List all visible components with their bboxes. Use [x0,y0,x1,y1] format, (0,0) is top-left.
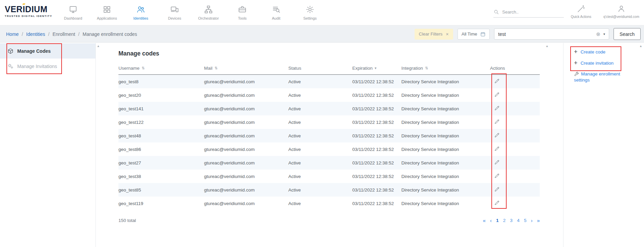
account-menu[interactable]: q'ctest@veridiumid.com [599,5,644,19]
table-search-box: ⊗ ▾ [494,28,609,40]
page-number[interactable]: 1 [496,218,499,223]
scrollbar-up-arrow[interactable]: ▲ [97,45,100,48]
cell-actions [490,92,540,98]
next-page-button[interactable]: › [531,218,533,223]
edit-pencil-icon[interactable] [494,105,500,111]
chevron-down-icon[interactable]: ▾ [603,32,605,36]
scrollbar-up-arrow[interactable]: ▲ [639,45,642,48]
orchestrator-icon [204,5,213,14]
cell-expiration: 03/11/2022 12:38:52 [352,133,401,138]
last-page-button[interactable]: » [537,218,540,223]
sidebar-item-manage-invitations[interactable]: Manage Invitations [0,59,95,74]
cell-mail: gtureac@veridiumid.com [204,106,288,111]
nav-item-applications[interactable]: Applications [90,0,124,25]
logo-tagline: TRUSTED DIGITAL IDENTITY [5,15,52,18]
edit-pencil-icon[interactable] [494,92,500,97]
cell-actions [490,186,540,193]
cell-actions [490,200,540,207]
cell-mail: gtureac@veridiumid.com [204,120,288,125]
gears-icon [7,63,14,69]
clear-filters-button[interactable]: Clear Filters × [415,29,453,40]
table-row: geo_test119 gtureac@veridiumid.com Activ… [118,197,540,210]
edit-pencil-icon[interactable] [494,200,500,206]
cube-icon [7,48,14,54]
table-row: geo_test141 gtureac@veridiumid.com Activ… [118,102,540,115]
nav-item-dashboard[interactable]: Dashboard [56,0,90,25]
quick-actions-button[interactable]: Quick Actions [569,5,593,19]
edit-pencil-icon[interactable] [494,173,500,179]
column-header-mail[interactable]: Mail ⇅ [204,66,288,71]
cell-status: Active [288,174,352,179]
edit-pencil-icon[interactable] [494,132,500,138]
search-button[interactable]: Search [614,28,641,40]
cell-mail: gtureac@veridiumid.com [204,93,288,98]
edit-pencil-icon[interactable] [494,119,500,125]
audit-icon [272,5,281,14]
previous-page-button[interactable]: ‹ [490,218,492,223]
nav-item-identities[interactable]: Identities [124,0,158,25]
clear-search-icon[interactable]: ⊗ [596,31,600,37]
manage-enrollment-settings-link[interactable]: Manage enrollment settings [574,71,627,83]
main-nav: Dashboard Applications Identities Device… [56,0,327,25]
breadcrumb-identities[interactable]: Identities [26,31,45,37]
breadcrumb-separator: / [78,31,80,37]
cell-expiration: 03/11/2022 12:38:52 [352,187,401,193]
time-range-button[interactable]: All Time [458,29,490,40]
page-number[interactable]: 4 [517,218,520,223]
create-code-button[interactable]: + Create code [574,48,639,56]
plus-icon: + [574,60,578,67]
column-header-expiration[interactable]: Expiration ▾ [352,66,401,71]
global-search-input[interactable] [502,9,564,15]
sidebar-item-manage-codes[interactable]: Manage Codes [0,43,95,59]
cell-status: Active [288,147,352,152]
edit-pencil-icon[interactable] [494,78,500,84]
tools-icon [238,5,247,14]
create-code-label: Create code [581,49,606,54]
table-row: geo_test86 gtureac@veridiumid.com Active… [118,142,540,156]
cell-status: Active [288,133,352,138]
cell-expiration: 03/11/2022 12:38:52 [352,147,401,152]
nav-item-devices[interactable]: Devices [158,0,192,25]
page-number[interactable]: 3 [510,218,513,223]
cell-username: geo_test86 [118,147,204,152]
sort-icon: ⇅ [141,66,145,70]
veridium-logo[interactable]: VERIDIUM TRUSTED DIGITAL IDENTITY [5,5,52,18]
page-number[interactable]: 2 [503,218,506,223]
nav-item-tools[interactable]: Tools [225,0,259,25]
main-content: Manage codes Username ⇅ Mail ⇅ Status Ex… [96,43,562,247]
cell-expiration: 03/11/2022 12:38:52 [352,174,401,179]
cell-status: Active [288,160,352,165]
cell-mail: gtureac@veridiumid.com [204,147,288,152]
nav-item-audit[interactable]: Audit [259,0,293,25]
cell-username: geo_test38 [118,174,204,179]
applications-icon [103,5,111,14]
scrollbar-up-arrow[interactable]: ▲ [546,45,549,48]
nav-item-orchestrator[interactable]: Orchestrator [192,0,225,25]
first-page-button[interactable]: « [483,218,486,223]
nav-item-settings[interactable]: Settings [293,0,327,25]
filter-controls: Clear Filters × All Time ⊗ ▾ Search [415,25,641,43]
cell-actions [490,173,540,180]
top-navigation-bar: VERIDIUM TRUSTED DIGITAL IDENTITY Dashbo… [0,0,644,25]
column-header-integration[interactable]: Integration ⇅ [401,66,490,71]
table-row: geo_test20 gtureac@veridiumid.com Active… [118,88,540,102]
cell-status: Active [288,201,352,206]
cell-username: geo_test8 [118,79,204,84]
page-number[interactable]: 5 [524,218,527,223]
cell-actions [490,105,540,112]
breadcrumb-home[interactable]: Home [6,31,19,37]
cell-expiration: 03/11/2022 12:38:52 [352,201,401,206]
nav-label: Audit [272,16,280,20]
nav-label: Identities [133,16,148,20]
cell-integration: Directory Service Integration [401,160,490,165]
table-row: geo_test85 gtureac@veridiumid.com Active… [118,183,540,197]
create-invitation-button[interactable]: + Create invitation [574,59,639,67]
edit-pencil-icon[interactable] [494,146,500,152]
magic-wand-icon [577,5,585,13]
right-panel: + Create code + Create invitation Manage… [563,43,639,247]
edit-pencil-icon[interactable] [494,186,500,192]
table-search-input[interactable] [498,31,593,37]
edit-pencil-icon[interactable] [494,159,500,165]
pagination: « ‹ 1 2 3 4 5 › » [483,218,540,223]
column-header-username[interactable]: Username ⇅ [118,66,204,71]
